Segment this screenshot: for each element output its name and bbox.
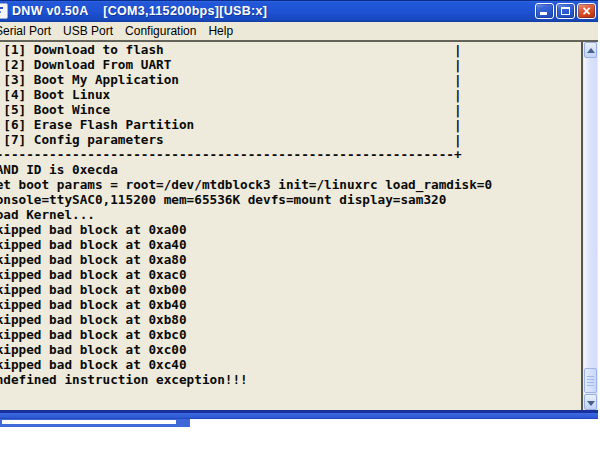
scroll-up-button[interactable] [584,42,597,58]
maximize-button[interactable] [556,3,575,19]
terminal-line: Skipped bad block at 0xa40 [0,237,582,252]
title-bar[interactable]: DNW v0.50A [COM3,115200bps][USB:x] × [0,0,598,22]
terminal-line: Set boot params = root=/dev/mtdblock3 in… [0,177,582,192]
terminal-line: NAND ID is 0xecda [0,162,582,177]
window-title: DNW v0.50A [COM3,115200bps][USB:x] [12,4,535,18]
terminal-line: Load Kernel... [0,207,582,222]
scroll-down-button[interactable] [584,394,597,410]
menu-item-configuration[interactable]: Configuration [119,24,202,38]
terminal-line: Skipped bad block at 0xa00 [0,222,582,237]
terminal-line: | [6] Erase Flash Partition | [0,117,582,132]
minimize-icon [540,12,547,15]
terminal-line: | [3] Boot My Application | [0,72,582,87]
window-controls: × [535,3,596,19]
terminal-line: Skipped bad block at 0xb80 [0,312,582,327]
menu-item-usb-port[interactable]: USB Port [57,24,119,38]
close-button[interactable]: × [577,3,596,19]
terminal-line: | [5] Boot Wince | [0,102,582,117]
terminal-line: Skipped bad block at 0xac0 [0,267,582,282]
scrollbar-grip-icon [587,376,594,386]
terminal-line: | [2] Download From UART | [0,57,582,72]
terminal-area: | [1] Download to flash | | [2] Download… [0,40,598,410]
background-window-edge [0,419,190,427]
terminal-line: console=ttySAC0,115200 mem=65536K devfs=… [0,192,582,207]
terminal-line: Skipped bad block at 0xa80 [0,252,582,267]
scroll-down-icon [587,401,595,406]
screen: DNW v0.50A [COM3,115200bps][USB:x] × Ser… [0,0,600,450]
terminal-line: | [7] Config parameters | [0,132,582,147]
terminal-line: Skipped bad block at 0xb40 [0,297,582,312]
maximize-icon [561,7,570,15]
scrollbar-thumb[interactable] [584,368,597,393]
terminal-line: Skipped bad block at 0xb00 [0,282,582,297]
terminal-border [581,42,583,410]
terminal-line: | [1] Download to flash | [0,42,582,57]
vertical-scrollbar[interactable] [584,42,597,410]
window-icon[interactable] [0,3,8,19]
terminal-line: Skipped bad block at 0xbc0 [0,327,582,342]
terminal-line: Undefined instruction exception!!! [0,372,582,387]
terminal-output: | [1] Download to flash | | [2] Download… [0,42,582,410]
menu-item-serial-port[interactable]: Serial Port [0,24,57,38]
dnw-window: DNW v0.50A [COM3,115200bps][USB:x] × Ser… [0,0,598,419]
close-icon: × [578,4,595,18]
background-window-inner [2,420,176,424]
terminal-line: +---------------------------------------… [0,147,582,162]
terminal-line: Skipped bad block at 0xc40 [0,357,582,372]
minimize-button[interactable] [535,3,554,19]
terminal-line: Skipped bad block at 0xc00 [0,342,582,357]
menu-bar: Serial Port USB Port Configuration Help [0,22,598,40]
scroll-up-icon [587,48,595,53]
menu-item-help[interactable]: Help [202,24,239,38]
terminal-line: | [4] Boot Linux | [0,87,582,102]
